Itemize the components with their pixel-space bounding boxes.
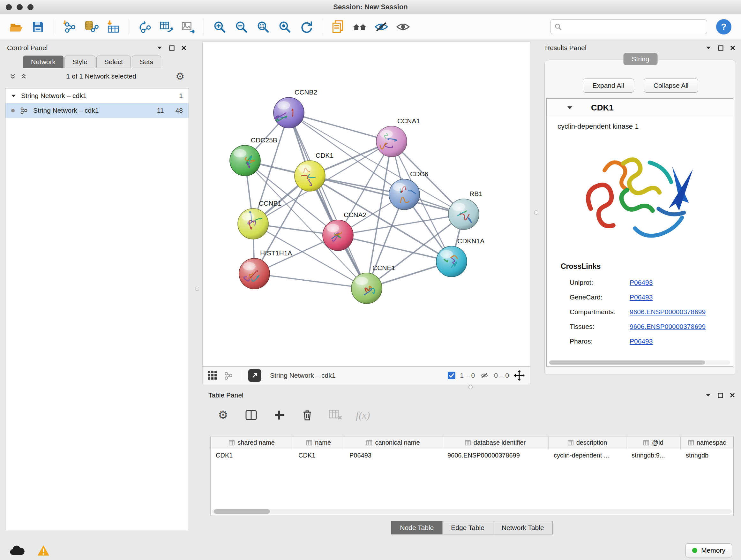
node-table: shared name name canonical name database… <box>210 436 734 515</box>
save-session-button[interactable] <box>28 17 48 37</box>
network-statusbar: String Network – cdk1 1 – 0 0 – 0 <box>202 367 530 384</box>
column-header-shared-name[interactable]: shared name <box>211 436 293 449</box>
open-session-button[interactable] <box>6 17 26 37</box>
column-header-namespace[interactable]: namespac <box>681 436 733 449</box>
crosslink-row: Pharos: P06493 <box>561 334 733 349</box>
network-row[interactable]: String Network – cdk1 11 48 <box>5 103 189 118</box>
zoom-out-button[interactable] <box>231 17 251 37</box>
search-box[interactable] <box>550 19 707 34</box>
create-column-button[interactable] <box>272 408 287 423</box>
maximize-window-button[interactable] <box>27 4 33 10</box>
crosslink-link[interactable]: P06493 <box>630 294 653 301</box>
open-in-browser-button[interactable] <box>248 369 261 382</box>
column-header-database-identifier[interactable]: database identifier <box>442 436 549 449</box>
gene-section-header[interactable]: CDK1 <box>547 99 733 117</box>
import-network-database-button[interactable] <box>81 17 101 37</box>
tab-edge-table[interactable]: Edge Table <box>442 521 493 535</box>
tab-network[interactable]: Network <box>23 56 64 68</box>
warning-icon[interactable] <box>37 544 51 557</box>
double-house-icon <box>352 19 367 34</box>
network-canvas[interactable]: CCNB2CCNA1CDC25BCDK1CDC6RB1CCNB1CCNA2CDK… <box>202 42 530 367</box>
crosslink-link[interactable]: 9606.ENSP00000378699 <box>630 323 705 330</box>
hide-selected-button[interactable] <box>372 17 391 37</box>
new-network-button[interactable] <box>135 17 154 37</box>
column-header-canonical-name[interactable]: canonical name <box>344 436 442 449</box>
tab-select[interactable]: Select <box>96 56 131 68</box>
current-network-name: String Network – cdk1 <box>270 372 335 379</box>
annotation-button[interactable] <box>328 17 348 37</box>
table-settings-button[interactable]: ⚙ <box>215 408 231 423</box>
import-table-button[interactable] <box>103 17 123 37</box>
collapse-all-networks-icon[interactable] <box>20 73 27 79</box>
network-from-table-button[interactable] <box>156 17 176 37</box>
column-header-description[interactable]: description <box>549 436 626 449</box>
show-all-button[interactable] <box>393 17 413 37</box>
panel-float-icon[interactable] <box>169 45 175 51</box>
scrollbar-thumb[interactable] <box>549 361 705 365</box>
scrollbar-thumb[interactable] <box>214 509 270 514</box>
plus-icon <box>273 409 285 421</box>
crosslink-link[interactable]: 9606.ENSP00000378699 <box>630 308 705 316</box>
apply-layout-button[interactable] <box>296 17 316 37</box>
table-horizontal-scrollbar[interactable] <box>212 509 732 514</box>
import-network-file-button[interactable] <box>60 17 79 37</box>
delete-table-button[interactable] <box>328 408 343 423</box>
crosslinks-section: CrossLinks Uniprot: P06493 GeneCard: P06… <box>547 254 733 349</box>
search-input[interactable] <box>565 23 703 30</box>
cloud-status-icon[interactable] <box>9 544 25 557</box>
column-header-name[interactable]: name <box>293 436 344 449</box>
panel-collapse-icon[interactable] <box>705 45 712 51</box>
hidden-node-edge-counts: 0 – 0 <box>494 372 509 379</box>
panel-close-icon[interactable] <box>729 392 736 398</box>
export-image-button[interactable] <box>178 17 198 37</box>
network-selection-status: 1 of 1 Network selected <box>31 72 171 80</box>
column-header-id[interactable]: @id <box>626 436 681 449</box>
minimize-window-button[interactable] <box>17 4 23 10</box>
grid-view-icon[interactable] <box>207 370 218 381</box>
panel-close-icon[interactable] <box>730 45 736 51</box>
show-columns-button[interactable] <box>244 408 259 423</box>
help-button[interactable]: ? <box>716 19 731 35</box>
panel-collapse-icon[interactable] <box>705 392 711 398</box>
function-builder-button[interactable]: f(x) <box>356 408 370 423</box>
close-window-button[interactable] <box>6 4 12 10</box>
collection-label: String Network – cdk1 <box>21 92 86 100</box>
crosslink-link[interactable]: P06493 <box>630 337 653 345</box>
results-horizontal-scrollbar[interactable] <box>549 361 731 365</box>
memory-button[interactable]: Memory <box>685 543 732 557</box>
zoom-selected-button[interactable] <box>275 17 294 37</box>
tab-style[interactable]: Style <box>64 56 95 68</box>
bottom-splitter-handle[interactable] <box>468 385 473 389</box>
delete-column-button[interactable] <box>300 408 315 423</box>
tab-sets[interactable]: Sets <box>132 56 161 68</box>
network-graph[interactable]: CCNB2CCNA1CDC25BCDK1CDC6RB1CCNB1CCNA2CDK… <box>203 42 530 366</box>
right-splitter-handle[interactable] <box>534 210 538 214</box>
titlebar: Session: New Session <box>0 0 741 14</box>
expand-all-button[interactable]: Expand All <box>583 78 634 92</box>
panel-collapse-icon[interactable] <box>156 45 163 51</box>
birdseye-share-icon[interactable] <box>223 370 234 381</box>
app-statusbar: Memory <box>0 541 741 560</box>
network-tree: String Network – cdk1 1 String Network –… <box>5 88 189 530</box>
tab-network-table[interactable]: Network Table <box>493 521 553 535</box>
zoom-fit-button[interactable] <box>253 17 273 37</box>
selected-checkbox-icon[interactable] <box>447 371 456 380</box>
search-icon <box>554 23 562 30</box>
pan-crosshair-icon[interactable] <box>513 369 526 382</box>
zoom-in-button[interactable] <box>210 17 229 37</box>
left-splitter-handle[interactable] <box>195 287 199 291</box>
crosslink-label: GeneCard: <box>569 294 630 301</box>
panel-float-icon[interactable] <box>718 45 724 51</box>
panel-close-icon[interactable] <box>181 45 187 51</box>
panel-float-icon[interactable] <box>717 392 724 398</box>
expand-all-networks-icon[interactable] <box>10 73 16 79</box>
hidden-eye-slash-icon[interactable] <box>479 371 490 380</box>
string-results-tab[interactable]: String <box>623 53 658 65</box>
network-collection-row[interactable]: String Network – cdk1 1 <box>5 88 189 103</box>
overview-button[interactable] <box>350 17 369 37</box>
table-row[interactable]: CDK1 CDK1 P06493 9606.ENSP00000378699 cy… <box>211 449 733 462</box>
crosslink-link[interactable]: P06493 <box>630 279 653 287</box>
collapse-all-button[interactable]: Collapse All <box>644 78 698 92</box>
tab-node-table[interactable]: Node Table <box>391 521 442 535</box>
network-options-gear-icon[interactable]: ⚙ <box>176 71 185 81</box>
